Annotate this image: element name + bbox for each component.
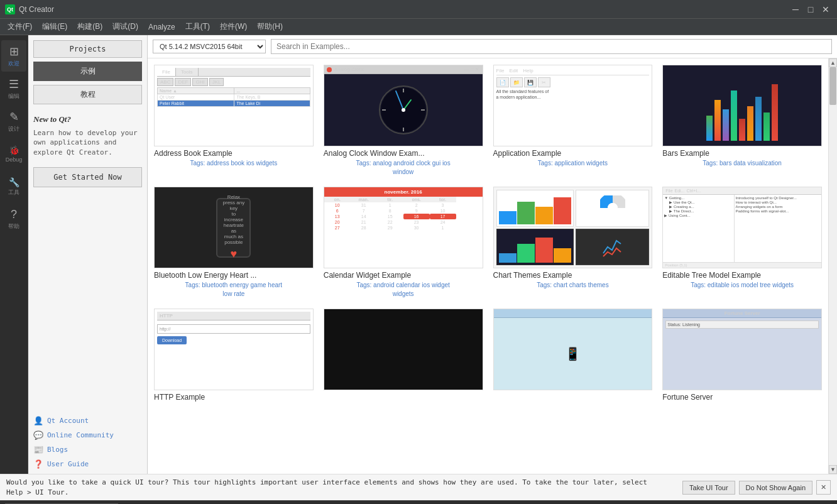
sidebar-label-design: 设计 (8, 125, 19, 133)
window-controls: ─ □ ✕ (789, 3, 832, 16)
application-thumb: FileEditHelp 📄 📁 💾 ✂ All the standard fe… (493, 65, 653, 146)
svg-point-11 (608, 203, 618, 213)
search-input[interactable] (271, 39, 832, 54)
menu-build[interactable]: 构建(B) (72, 20, 107, 33)
examples-grid: File Tools ABC DEF GHI JKL Name ▲... (148, 58, 828, 474)
maximize-button[interactable]: □ (804, 3, 817, 16)
qt-account-link[interactable]: 👤 Qt Account (33, 416, 142, 425)
svg-point-8 (402, 108, 405, 112)
content-with-scroll: File Tools ABC DEF GHI JKL Name ▲... (148, 58, 837, 474)
notification-buttons: Take UI Tour Do Not Show Again ✕ (682, 480, 831, 495)
version-select[interactable]: Qt 5.14.2 MSVC2015 64bit Qt 5.12.0 (153, 40, 266, 53)
analog-clock-thumb: Analog Clock — □ ✕ (324, 65, 483, 146)
new-to-qt-section: New to Qt? Learn how to develop yourown … (33, 114, 142, 157)
fortune-server2-card[interactable]: ... 📱 (493, 309, 653, 403)
fortune-server2-thumb: ... 📱 (493, 309, 653, 390)
chart-themes-thumb (493, 187, 653, 268)
bluetooth-tags: Tags: bluetooth energy game heartlow rat… (154, 281, 314, 299)
bars-tags: Tags: bars data visualization (662, 159, 822, 168)
sidebar-item-design[interactable]: ✎ 设计 (1, 106, 26, 137)
main-content: Qt 5.14.2 MSVC2015 64bit Qt 5.12.0 File … (148, 35, 837, 474)
right-scrollbar: ▲ ▼ (828, 58, 837, 474)
main-container: ⊞ 欢迎 ☰ 编辑 ✎ 设计 🐞 Debug 🔧 工具 ? 帮助 Project… (0, 35, 837, 474)
scroll-up-arrow[interactable]: ▲ (829, 58, 837, 67)
analog-clock-title: Analog Clock Window Exam... (324, 149, 483, 158)
scroll-down-arrow[interactable]: ▼ (829, 465, 837, 474)
guide-icon: ❓ (33, 459, 43, 469)
sidebar-item-tools[interactable]: 🔧 工具 (1, 171, 26, 202)
calendar-title: Calendar Widget Example (324, 271, 483, 280)
qt-account-label: Qt Account (47, 417, 89, 425)
bluetooth-title: Bluetooth Low Energy Heart ... (154, 271, 314, 280)
address-book-title: Address Book Example (154, 149, 314, 158)
community-icon: 💬 (33, 430, 43, 440)
sidebar-label-edit: 编辑 (8, 92, 19, 101)
address-book-card[interactable]: File Tools ABC DEF GHI JKL Name ▲... (154, 65, 314, 177)
menu-file[interactable]: 文件(F) (3, 20, 37, 33)
bars-card[interactable]: Bars Example Tags: bars data visualizati… (662, 65, 822, 177)
notification-bar: Would you like to take a quick UI tour? … (0, 474, 837, 500)
chart-themes-card[interactable]: Chart Themes Example Tags: chart charts … (493, 187, 653, 299)
minimize-button[interactable]: ─ (789, 3, 802, 16)
bars-thumb (662, 65, 822, 146)
blogs-label: Blogs (47, 446, 68, 454)
scrollbar-thumb[interactable] (829, 67, 836, 105)
menu-analyze[interactable]: Analyze (143, 21, 180, 33)
sidebar-item-welcome[interactable]: ⊞ 欢迎 (1, 40, 26, 72)
calendar-tags: Tags: android calendar ios widgetwidgets (324, 281, 483, 299)
sidebar-item-help[interactable]: ? 帮助 (1, 204, 26, 235)
example10-card[interactable] (324, 309, 483, 403)
sidebar-item-debug[interactable]: 🐞 Debug (1, 138, 26, 170)
editable-tree-tags: Tags: editable ios model tree widgets (662, 281, 822, 290)
blogs-link[interactable]: 📰 Blogs (33, 445, 142, 454)
menu-tools[interactable]: 工具(T) (180, 20, 215, 33)
toolbar: Qt 5.14.2 MSVC2015 64bit Qt 5.12.0 (148, 35, 837, 58)
projects-button[interactable]: Projects (33, 40, 142, 58)
bottom-area: Would you like to take a quick UI tour? … (0, 474, 837, 504)
calendar-card[interactable]: november. 2016 on. man. tir. ons. tor. 1… (324, 187, 483, 299)
online-community-label: Online Community (47, 431, 114, 439)
debug-icon: 🐞 (9, 145, 19, 155)
title-bar: Qt Qt Creator ─ □ ✕ (0, 0, 837, 19)
sidebar-item-edit[interactable]: ☰ 编辑 (1, 73, 26, 104)
menu-controls[interactable]: 控件(W) (215, 20, 252, 33)
close-button[interactable]: ✕ (819, 3, 832, 16)
menu-bar: 文件(F) 编辑(E) 构建(B) 调试(D) Analyze 工具(T) 控件… (0, 19, 837, 35)
do-not-show-button[interactable]: Do Not Show Again (739, 481, 812, 495)
http-card[interactable]: HTTP http:// Download HTTP Example (154, 309, 314, 403)
user-guide-link[interactable]: ❓ User Guide (33, 459, 142, 469)
menu-debug[interactable]: 调试(D) (107, 20, 143, 33)
get-started-button[interactable]: Get Started Now (33, 167, 142, 187)
bluetooth-card[interactable]: Relaxpress any keyto increaseheartrate a… (154, 187, 314, 299)
tools-icon: 🔧 (9, 177, 19, 187)
editable-tree-title: Editable Tree Model Example (662, 271, 822, 280)
online-community-link[interactable]: 💬 Online Community (33, 430, 142, 440)
sidebar-label-tools: 工具 (8, 189, 19, 197)
status-bar: 🔍 1 问题 2 Search Results 3 应用程序输出 4 编译输出 … (0, 500, 837, 504)
scrollbar-track[interactable] (829, 67, 837, 465)
tutorials-button[interactable]: 教程 (33, 85, 142, 104)
notification-close-button[interactable]: ✕ (816, 480, 831, 495)
examples-button[interactable]: 示例 (33, 62, 142, 81)
left-panel: Projects 示例 教程 New to Qt? Learn how to d… (28, 35, 148, 474)
application-title: Application Example (493, 149, 653, 158)
account-icon: 👤 (33, 416, 43, 425)
fortune-server-thumb: Fortune Server Status: Listening (662, 309, 822, 390)
address-book-thumb: File Tools ABC DEF GHI JKL Name ▲... (154, 65, 314, 146)
application-card[interactable]: FileEditHelp 📄 📁 💾 ✂ All the standard fe… (493, 65, 653, 177)
sidebar-label-help: 帮助 (8, 222, 19, 231)
fortune-server-title: Fortune Server (662, 393, 822, 402)
example10-thumb (324, 309, 483, 390)
menu-edit[interactable]: 编辑(E) (37, 20, 72, 33)
fortune-server-card[interactable]: Fortune Server Status: Listening Fortune… (662, 309, 822, 403)
design-icon: ✎ (9, 110, 19, 124)
analog-clock-card[interactable]: Analog Clock — □ ✕ (324, 65, 483, 177)
analog-clock-tags: Tags: analog android clock gui ioswindow (324, 159, 483, 177)
welcome-icon: ⊞ (9, 45, 19, 58)
editable-tree-card[interactable]: FileEdi...Ctrl+I... ▼ Getting... ▶ Use t… (662, 187, 822, 299)
application-tags: Tags: application widgets (493, 159, 653, 168)
edit-icon: ☰ (9, 77, 19, 91)
take-tour-button[interactable]: Take UI Tour (682, 481, 735, 495)
menu-help[interactable]: 帮助(H) (252, 20, 288, 33)
blogs-icon: 📰 (33, 445, 43, 454)
